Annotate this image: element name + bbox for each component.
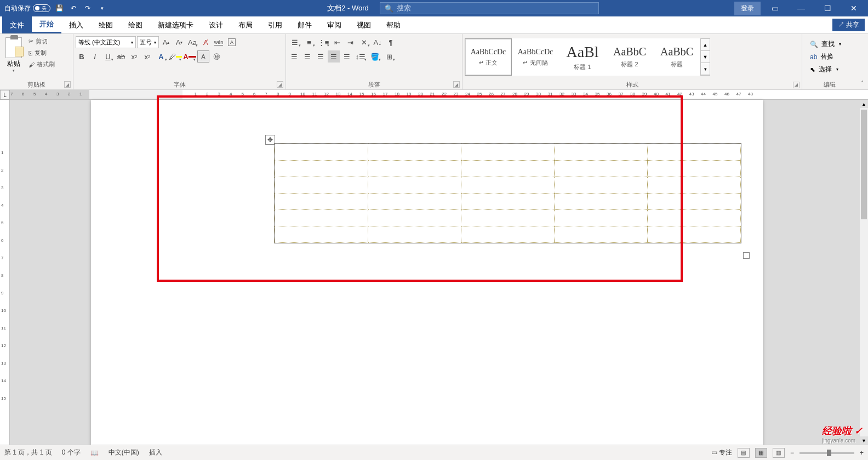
- clipboard-launcher-icon[interactable]: ◢: [64, 81, 71, 88]
- tab-help[interactable]: 帮助: [379, 16, 408, 33]
- search-box[interactable]: 🔍 搜索: [380, 2, 599, 14]
- text-effects-icon[interactable]: A▾: [155, 50, 168, 63]
- multilevel-icon[interactable]: ⋮≡▾: [317, 36, 330, 48]
- format-painter-button[interactable]: 🖌格式刷: [26, 59, 57, 70]
- justify-icon[interactable]: ☰: [328, 50, 340, 63]
- paste-button[interactable]: 粘贴 ▾: [2, 36, 25, 74]
- line-spacing-icon[interactable]: ↕☰▾: [354, 50, 367, 63]
- align-left-icon[interactable]: ☰: [288, 50, 300, 63]
- status-language[interactable]: 中文(中国): [108, 448, 139, 457]
- autosave-toggle[interactable]: 自动保存 关: [4, 4, 50, 13]
- bullets-icon[interactable]: ☰▾: [288, 36, 301, 48]
- tab-mail[interactable]: 邮件: [290, 16, 319, 33]
- font-color-icon[interactable]: A▾: [183, 50, 196, 63]
- find-button[interactable]: 🔍查找▾: [808, 38, 843, 50]
- collapse-ribbon-icon[interactable]: ˄: [861, 80, 864, 87]
- styles-gallery-nav[interactable]: ▲▼▾: [700, 38, 710, 76]
- document-table[interactable]: [275, 144, 741, 243]
- login-button[interactable]: 登录: [734, 2, 761, 15]
- tab-draw1[interactable]: 绘图: [91, 16, 121, 33]
- copy-button[interactable]: ⎘复制: [26, 48, 57, 58]
- paragraph-launcher-icon[interactable]: ◢: [453, 81, 460, 88]
- read-mode-icon[interactable]: ▤: [738, 448, 750, 458]
- enclose-char-icon[interactable]: ㊙: [210, 50, 222, 63]
- status-words[interactable]: 0 个字: [62, 448, 81, 457]
- highlight-icon[interactable]: 🖊▾: [169, 50, 182, 63]
- save-icon[interactable]: 💾: [54, 3, 65, 14]
- print-layout-icon[interactable]: ▦: [755, 448, 767, 458]
- font-size-select[interactable]: 五号▾: [137, 36, 159, 48]
- clear-format-icon[interactable]: A̸: [199, 36, 212, 48]
- scroll-thumb[interactable]: [861, 110, 867, 219]
- web-layout-icon[interactable]: ▥: [773, 448, 785, 458]
- tab-draw2[interactable]: 绘图: [121, 16, 150, 33]
- decrease-font-icon[interactable]: A▾: [173, 36, 185, 48]
- distribute-icon[interactable]: ☰: [341, 50, 353, 63]
- share-button[interactable]: ↗ 共享: [832, 19, 865, 31]
- tab-references[interactable]: 引用: [260, 16, 290, 33]
- vertical-scrollbar[interactable]: ▲ ▼: [860, 100, 868, 445]
- maximize-icon[interactable]: ☐: [815, 0, 840, 16]
- show-marks-icon[interactable]: ¶: [385, 36, 397, 48]
- char-shading-icon[interactable]: A: [197, 50, 209, 63]
- zoom-out-icon[interactable]: −: [790, 449, 794, 457]
- style-标题 2[interactable]: AaBbC标题 2: [606, 38, 653, 76]
- tab-view[interactable]: 视图: [349, 16, 379, 33]
- underline-icon[interactable]: U▾: [102, 50, 114, 63]
- tab-selector-icon[interactable]: L: [0, 90, 10, 100]
- status-proof-icon[interactable]: 📖: [90, 449, 99, 457]
- tab-design[interactable]: 设计: [201, 16, 231, 33]
- tab-insert[interactable]: 插入: [61, 16, 91, 33]
- vertical-ruler[interactable]: 123456789101112131415: [0, 100, 10, 445]
- strikethrough-icon[interactable]: ab: [115, 50, 127, 63]
- minimize-icon[interactable]: —: [789, 0, 813, 16]
- increase-indent-icon[interactable]: ⇥: [344, 36, 356, 48]
- style-标题 1[interactable]: AaBl标题 1: [559, 38, 606, 76]
- shading-icon[interactable]: 🪣▾: [368, 50, 381, 63]
- sort-icon[interactable]: A↓: [372, 36, 384, 48]
- tab-home[interactable]: 开始: [32, 16, 61, 33]
- styles-gallery[interactable]: AaBbCcDc↵ 正文AaBbCcDc↵ 无间隔AaBl标题 1AaBbC标题…: [465, 36, 710, 78]
- font-name-select[interactable]: 等线 (中文正文)▾: [76, 36, 136, 48]
- select-button[interactable]: ⬉选择▾: [808, 64, 843, 75]
- customize-qat-icon[interactable]: ▾: [96, 3, 107, 14]
- undo-icon[interactable]: ↶: [68, 3, 79, 14]
- redo-icon[interactable]: ↷: [82, 3, 93, 14]
- font-launcher-icon[interactable]: ◢: [277, 81, 283, 88]
- char-border-icon[interactable]: A: [226, 36, 238, 48]
- styles-launcher-icon[interactable]: ◢: [793, 82, 800, 88]
- close-icon[interactable]: ✕: [842, 0, 866, 16]
- horizontal-ruler[interactable]: 8765432112345678910111213141516171819202…: [10, 90, 868, 100]
- table-move-handle-icon[interactable]: ✥: [265, 135, 275, 145]
- subscript-icon[interactable]: x2: [128, 50, 140, 63]
- tab-newtab[interactable]: 新建选项卡: [150, 16, 201, 33]
- numbering-icon[interactable]: ≡▾: [302, 36, 316, 48]
- replace-button[interactable]: ab替换: [808, 51, 843, 63]
- focus-mode-button[interactable]: ▭ 专注: [711, 448, 732, 457]
- borders-icon[interactable]: ⊞▾: [382, 50, 396, 63]
- increase-font-icon[interactable]: A▴: [160, 36, 172, 48]
- italic-icon[interactable]: I: [89, 50, 101, 63]
- change-case-icon[interactable]: Aa▾: [186, 36, 198, 48]
- scroll-up-icon[interactable]: ▲: [860, 100, 868, 108]
- align-center-icon[interactable]: ☰: [301, 50, 313, 63]
- zoom-in-icon[interactable]: +: [860, 449, 864, 457]
- phonetic-icon[interactable]: wén: [213, 36, 225, 48]
- style-正文[interactable]: AaBbCcDc↵ 正文: [465, 38, 512, 76]
- style-无间隔[interactable]: AaBbCcDc↵ 无间隔: [512, 38, 559, 76]
- bold-icon[interactable]: B: [76, 50, 88, 63]
- tab-layout[interactable]: 布局: [231, 16, 260, 33]
- status-mode[interactable]: 插入: [149, 448, 162, 457]
- tab-review[interactable]: 审阅: [319, 16, 349, 33]
- style-标题[interactable]: AaBbC标题: [653, 38, 700, 76]
- align-right-icon[interactable]: ☰: [315, 50, 327, 63]
- table-resize-handle-icon[interactable]: [743, 252, 750, 259]
- document-page[interactable]: ✥: [91, 100, 763, 445]
- decrease-indent-icon[interactable]: ⇤: [331, 36, 343, 48]
- status-page[interactable]: 第 1 页，共 1 页: [4, 448, 52, 457]
- superscript-icon[interactable]: x2: [141, 50, 153, 63]
- cut-button[interactable]: ✂剪切: [26, 36, 57, 47]
- ribbon-display-icon[interactable]: ▭: [763, 0, 787, 16]
- zoom-slider[interactable]: [800, 452, 854, 454]
- tab-file[interactable]: 文件: [2, 16, 32, 33]
